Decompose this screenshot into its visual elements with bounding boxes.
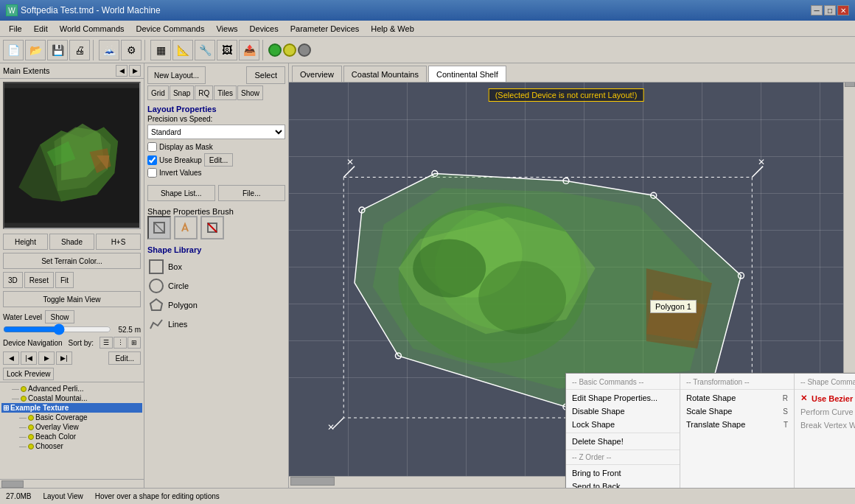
toolbar-export[interactable]: 📤 [239,40,259,60]
reset-button[interactable]: Reset [24,272,54,288]
menu-views[interactable]: Views [210,23,243,35]
brush-erase-button[interactable] [200,216,224,239]
display-as-mask-check[interactable] [147,142,157,152]
ctx-edit-shape-properties[interactable]: Edit Shape Properties... [566,391,680,405]
new-layout-button[interactable]: New Layout... [147,66,206,84]
3d-button[interactable]: 3D [3,272,23,288]
nav-jump-end[interactable]: ▶| [56,351,72,365]
menu-edit[interactable]: Edit [28,23,54,35]
preview-right-arrow[interactable]: ▶ [129,65,141,77]
edit-breakup-button[interactable]: Edit... [204,153,234,167]
invert-values-check[interactable] [147,168,157,178]
tree-item-chooser[interactable]: — Chooser [1,441,142,451]
h-plus-s-button[interactable]: H+S [96,234,141,250]
shape-polygon-label: Polygon [168,301,198,309]
menu-file[interactable]: File [3,23,28,35]
menu-device-commands[interactable]: Device Commands [130,23,211,35]
canvas-tab-coastal-mountains[interactable]: Coastal Mountains [343,66,427,82]
tree-item-beach-color[interactable]: — Beach Color [1,432,142,441]
toolbar-save[interactable]: 💾 [47,40,68,60]
toolbar-print[interactable]: 🖨 [69,40,90,60]
nav-tree-view[interactable]: ⋮ [114,337,127,349]
ctx-delete-shape[interactable]: Delete Shape! [566,435,680,448]
shape-box-label: Box [168,262,182,271]
nav-list-view[interactable]: ☰ [100,337,113,349]
toolbar-build[interactable]: ⚙ [121,40,142,60]
file-button[interactable]: File... [218,185,286,201]
minimize-button[interactable]: ─ [811,5,823,15]
show-water-button[interactable]: Show [45,310,74,323]
shape-list-button[interactable]: Shape List... [147,185,215,201]
water-level-label: Water Level [3,313,42,321]
fit-button[interactable]: Fit [55,272,74,288]
brush-paint-button[interactable] [174,216,198,239]
toolbar-new[interactable]: 📄 [3,40,24,60]
ctx-send-to-back[interactable]: Send to Back [566,480,680,488]
polygon-shape-icon [149,298,164,312]
tree-item-example-texture[interactable]: ⊞ Example Texture [1,403,142,413]
use-breakup-check[interactable] [147,155,157,165]
canvas-tab-continental-shelf[interactable]: Continental Shelf [428,66,506,82]
shape-item-lines[interactable]: Lines [147,315,285,334]
tree-hscrollbar[interactable] [0,479,144,488]
tree-item-basic-coverage[interactable]: — Basic Coverage [1,413,142,422]
layout-tabs-row: New Layout... Select [144,63,288,84]
edit-nav-button[interactable]: Edit... [108,351,141,365]
precision-select[interactable]: Standard Fast Quality [147,125,285,139]
close-button[interactable]: ✕ [837,5,849,15]
ctx-translate-shape[interactable]: Translate Shape T [680,418,794,431]
ctx-bring-to-front[interactable]: Bring to Front [566,466,680,480]
menu-world-commands[interactable]: World Commands [54,23,130,35]
brush-buttons [147,216,285,239]
nav-jump-start[interactable]: |◀ [21,351,37,365]
shade-button[interactable]: Shade [49,234,94,250]
tree-item-coastal-mountains[interactable]: — Coastal Mountai... [1,393,142,403]
ctx-rotate-shape[interactable]: Rotate Shape R [680,391,794,405]
tab-rq[interactable]: RQ [195,85,213,100]
shape-item-box[interactable]: Box [147,257,285,276]
toolbar-render[interactable]: 🖼 [217,40,237,60]
shape-lines-label: Lines [168,320,187,329]
ctx-lock-shape[interactable]: Lock Shape [566,418,680,431]
toggle-main-view-button[interactable]: Toggle Main View [3,291,141,307]
tab-show[interactable]: Show [237,85,263,100]
nav-next-button[interactable]: ▶ [38,351,55,365]
maximize-button[interactable]: □ [824,5,836,15]
ctx-disable-shape[interactable]: Disable Shape [566,405,680,418]
svg-text:✕: ✕ [327,422,335,433]
brush-select-button[interactable] [147,216,171,239]
ctx-scale-shape[interactable]: Scale Shape S [680,405,794,418]
shape-props-brush-title: Shape Properties Brush [147,207,285,216]
terrain-color-row: Set Terrain Color... [0,251,144,270]
nav-prev-button[interactable]: ◀ [3,351,19,365]
lines-shape-icon [149,317,164,332]
ctx-use-bezier[interactable]: ✕ Use Bezier Path [795,391,855,405]
toolbar-device[interactable]: 🔧 [195,40,215,60]
circle-shape-icon [149,279,164,293]
toolbar-sep-3 [262,40,265,60]
toolbar-layout[interactable]: 📐 [172,40,193,60]
toolbar-open[interactable]: 📂 [25,40,46,60]
shape-item-polygon[interactable]: Polygon [147,295,285,315]
nav-detail-view[interactable]: ⊞ [128,337,141,349]
toolbar-terrain[interactable]: 🗻 [99,40,119,60]
menu-help[interactable]: Help & Web [365,23,420,35]
canvas-tab-overview[interactable]: Overview [292,66,342,82]
tab-tiles[interactable]: Tiles [214,85,237,100]
menu-devices[interactable]: Devices [244,23,285,35]
toolbar-grid[interactable]: ▦ [150,40,171,60]
water-level-value: 52.5 m [114,326,141,334]
menu-parameter-devices[interactable]: Parameter Devices [285,23,366,35]
lock-preview-button[interactable]: Lock Preview [3,368,54,380]
select-button[interactable]: Select [246,66,285,84]
ctx-shape-header: -- Shape Commands -- [795,377,855,390]
shape-item-circle[interactable]: Circle [147,276,285,295]
tab-grid[interactable]: Grid [147,85,169,100]
height-button[interactable]: Height [3,234,48,250]
water-level-slider[interactable] [3,325,111,334]
preview-left-arrow[interactable]: ◀ [116,65,128,77]
tree-item-overlay-view[interactable]: — Overlay View [1,422,142,432]
tree-item-advanced-perlin[interactable]: — Advanced Perli... [1,384,142,393]
set-terrain-color-button[interactable]: Set Terrain Color... [3,253,141,269]
tab-snap[interactable]: Snap [170,85,194,100]
